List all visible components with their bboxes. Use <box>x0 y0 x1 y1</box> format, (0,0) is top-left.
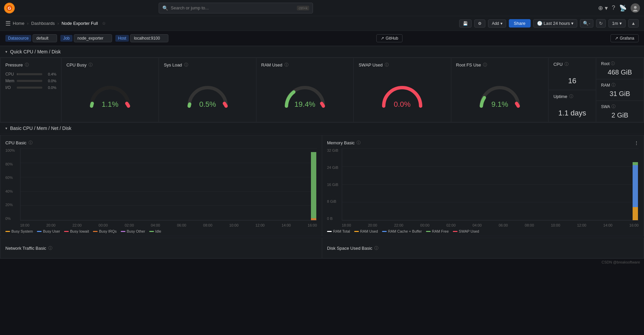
datasource-select[interactable]: default <box>33 34 57 42</box>
pressure-cpu-row: CPU 0.4% <box>5 72 56 77</box>
host-select[interactable]: localhost:9100 <box>130 34 168 42</box>
help-icon[interactable]: ? <box>612 4 615 11</box>
cpu-y-axis: 100% 80% 60% 40% 20% 0% <box>5 148 19 221</box>
memory-basic-chart: Memory Basic ⓘ ⋮ 32 GiB 24 GiB 16 GiB 8 … <box>322 135 643 236</box>
user-avatar[interactable] <box>631 3 640 13</box>
legend-ram-total: RAM Total <box>327 229 350 233</box>
rss-icon[interactable]: 📡 <box>619 4 627 12</box>
cpu-busy-info-icon[interactable]: ⓘ <box>89 62 93 68</box>
datasource-filter: Datasource default <box>5 34 57 42</box>
pressure-info-icon[interactable]: ⓘ <box>25 62 29 68</box>
time-range-label: Last 24 hours <box>544 21 570 26</box>
add-button[interactable]: Add ▾ <box>488 19 506 28</box>
sys-load-title: Sys Load ⓘ <box>164 62 251 68</box>
quick-section-header[interactable]: ▾ Quick CPU / Mem / Disk <box>0 46 644 57</box>
disk-info-icon[interactable]: ⓘ <box>374 245 378 251</box>
swa-title: SWA ⓘ <box>601 104 639 109</box>
job-select[interactable]: node_exporter <box>74 34 112 42</box>
root-fs-info-icon[interactable]: ⓘ <box>483 62 487 68</box>
network-info-icon[interactable]: ⓘ <box>48 245 52 251</box>
legend-ram-used-dot <box>354 231 359 232</box>
grafana-logo[interactable]: G <box>4 3 15 13</box>
breadcrumb-bar: ☰ Home › Dashboards › Node Exporter Full… <box>0 16 644 31</box>
zoom-out-button[interactable]: 🔍- <box>580 19 593 28</box>
grafana-button[interactable]: ↗ Grafana <box>610 34 639 42</box>
root-fs-title: Root FS Use ⓘ <box>456 62 543 68</box>
memory-chart-area: 32 GiB 24 GiB 16 GiB 8 GiB 0 B <box>327 148 639 227</box>
disk-panel: Disk Space Used Basic ⓘ <box>322 238 643 258</box>
memory-chart-info-icon[interactable]: ⓘ <box>357 140 361 146</box>
swap-used-panel: SWAP Used ⓘ 0.0% <box>354 58 450 122</box>
cpu-busy-panel: CPU Busy ⓘ 1.1% <box>62 58 158 122</box>
legend-busy-user: Busy User <box>37 229 60 233</box>
nav-right: ⊕ ▾ ? 📡 <box>598 3 640 13</box>
quick-stats-row: Pressure ⓘ CPU 0.4% Mem 0.0% I/O <box>0 57 644 123</box>
memory-menu-icon[interactable]: ⋮ <box>634 140 639 145</box>
memory-spike <box>633 155 638 220</box>
cpu-uptime-stack: CPU ⓘ 16 Uptime ⓘ 1.1 days <box>549 58 596 122</box>
time-range-picker[interactable]: 🕐 Last 24 hours ▾ <box>533 19 578 28</box>
legend-idle: Idle <box>149 229 161 233</box>
pressure-cpu-label: CPU <box>5 72 15 77</box>
add-icon[interactable]: ⊕ ▾ <box>598 4 608 12</box>
legend-busy-other-dot <box>121 231 125 232</box>
breadcrumb-home[interactable]: Home <box>13 21 24 26</box>
github-button[interactable]: ↗ GitHub <box>376 34 402 42</box>
uptime-info-icon[interactable]: ⓘ <box>569 94 573 99</box>
refresh-rate-label: 1m <box>612 21 618 26</box>
root-panel: Root ⓘ 468 GiB <box>596 58 643 79</box>
favorite-icon[interactable]: ☆ <box>102 21 106 26</box>
section-arrow-icon: ▾ <box>5 50 7 54</box>
charts-row: CPU Basic ⓘ 100% 80% 60% 40% 20% 0% <box>0 135 644 237</box>
filter-bar: Datasource default Job node_exporter Hos… <box>0 31 644 46</box>
cpu-chart-area: 100% 80% 60% 40% 20% 0% <box>5 148 317 227</box>
basic-section-title: Basic CPU / Mem / Net / Disk <box>10 126 71 131</box>
refresh-button[interactable]: ↻ <box>596 19 606 28</box>
legend-busy-other: Busy Other <box>121 229 145 233</box>
cpu-chart-content <box>20 148 317 221</box>
cpu-count-info-icon[interactable]: ⓘ <box>565 61 569 67</box>
sys-load-gauge: 0.5% <box>164 70 251 118</box>
breadcrumb-sep2: › <box>57 21 59 26</box>
external-link-icon: ↗ <box>381 36 384 41</box>
swa-info-icon[interactable]: ⓘ <box>611 104 615 109</box>
memory-chart-content <box>342 148 639 221</box>
ram-used-bar <box>633 207 638 220</box>
sys-load-info-icon[interactable]: ⓘ <box>184 62 188 68</box>
job-label: Job <box>60 35 72 42</box>
uptime-title: Uptime ⓘ <box>553 94 591 99</box>
quick-section-title: Quick CPU / Mem / Disk <box>10 49 61 54</box>
ram-info-icon[interactable]: ⓘ <box>611 82 615 88</box>
svg-text:9.1%: 9.1% <box>491 100 508 108</box>
pressure-io-label: I/O <box>5 85 15 90</box>
settings-button[interactable]: ⚙ <box>474 19 485 28</box>
footer: CSDN @breaksoftware <box>0 259 644 266</box>
share-button[interactable]: Share <box>509 19 531 28</box>
basic-section-arrow-icon: ▾ <box>5 126 7 131</box>
cpu-chart-info-icon[interactable]: ⓘ <box>29 140 33 146</box>
pressure-io-row: I/O 0.0% <box>5 85 56 90</box>
root-info-icon[interactable]: ⓘ <box>611 61 615 66</box>
ram-used-info-icon[interactable]: ⓘ <box>284 62 288 68</box>
pressure-panel: Pressure ⓘ CPU 0.4% Mem 0.0% I/O <box>1 58 61 122</box>
pressure-mem-bg <box>17 80 42 82</box>
pressure-title: Pressure ⓘ <box>5 62 56 68</box>
swap-used-gauge: 0.0% <box>359 70 446 118</box>
ram-used-title: RAM Used ⓘ <box>261 62 348 68</box>
legend-idle-dot <box>149 231 154 232</box>
breadcrumb-dashboards[interactable]: Dashboards <box>31 21 55 26</box>
save-button[interactable]: 💾 <box>459 19 472 28</box>
legend-busy-irqs-dot <box>93 231 98 232</box>
basic-section-header[interactable]: ▾ Basic CPU / Mem / Net / Disk <box>0 123 644 134</box>
swap-used-info-icon[interactable]: ⓘ <box>385 62 389 68</box>
cpu-count-panel: CPU ⓘ 16 <box>549 58 596 90</box>
menu-icon[interactable]: ☰ <box>5 20 11 27</box>
search-bar[interactable]: 🔍 Search or jump to... ctrl+k <box>159 3 313 13</box>
root-ram-swa-stack: Root ⓘ 468 GiB RAM ⓘ 31 GiB SWA ⓘ 2 GiB <box>596 58 643 122</box>
legend-busy-iowait-dot <box>64 231 69 232</box>
collapse-button[interactable]: ▲ <box>628 19 639 28</box>
refresh-rate-picker[interactable]: 1m ▾ <box>608 19 626 28</box>
ram-used-panel: RAM Used ⓘ 19.4% <box>257 58 353 122</box>
root-fs-panel: Root FS Use ⓘ 9.1% <box>451 58 548 122</box>
uptime-value: 1.1 days <box>553 107 591 118</box>
